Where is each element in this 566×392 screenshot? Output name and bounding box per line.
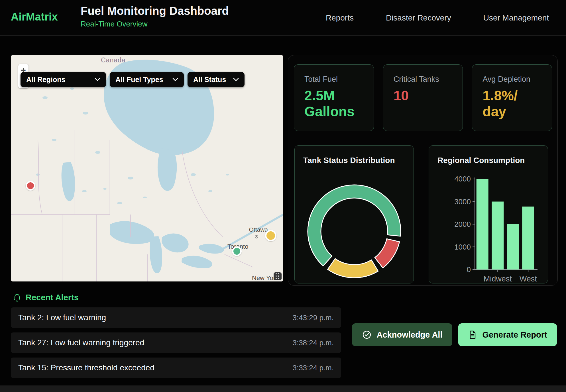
regional-consumption-card: Regional Consumption 01000200030004000Mi…: [429, 145, 548, 283]
filter-label: All Regions: [26, 75, 66, 84]
stat-value-line: 1.8%/: [482, 88, 552, 104]
map-drag-handle-icon[interactable]: [274, 272, 282, 280]
fuel-monitoring-dashboard: AirMatrix Fuel Monitoring Dashboard Real…: [0, 0, 566, 392]
stat-value-line: Gallons: [304, 104, 374, 120]
alert-message: Tank 15: Pressure threshold exceeded: [18, 363, 154, 372]
brand-logo: AirMatrix: [11, 11, 58, 23]
nav-item-reports[interactable]: Reports: [326, 13, 354, 23]
document-icon: [468, 330, 477, 339]
alert-timestamp: 3:43:29 p.m.: [292, 313, 334, 322]
filter-all-status[interactable]: All Status: [188, 72, 245, 87]
donut-chart-title: Tank Status Distribution: [303, 156, 395, 165]
donut-segment-warning: [328, 259, 378, 278]
map-label-canada: Canada: [101, 56, 126, 64]
map-marker-normal[interactable]: [232, 246, 242, 256]
acknowledge-all-label: Acknowledge All: [377, 330, 443, 340]
nav-item-user-management[interactable]: User Management: [483, 13, 549, 23]
alert-timestamp: 3:38:24 p.m.: [292, 338, 334, 347]
footer-strip: [0, 385, 566, 392]
alert-timestamp: 3:33:24 p.m.: [292, 364, 334, 372]
map-marker-warning[interactable]: [265, 230, 276, 241]
map-canvas: Canada Ottawa Toronto New York: [11, 55, 283, 281]
alerts-title: Recent Alerts: [26, 293, 79, 302]
alert-message: Tank 2: Low fuel warning: [18, 313, 106, 322]
bar-1: [492, 202, 504, 270]
bar-3: [522, 207, 534, 270]
stat-value: 1.8%/day: [482, 88, 552, 120]
filter-label: All Fuel Types: [115, 75, 163, 84]
bar-x-tick-label-midwest: Midwest: [484, 275, 512, 283]
stat-value-line: 10: [394, 88, 463, 104]
charts-row: Tank Status Distribution Regional Consum…: [294, 145, 548, 283]
stat-label: Avg Depletion: [482, 75, 552, 84]
filter-label: All Status: [193, 75, 226, 84]
metrics-panel: Total Fuel2.5MGallonsCritical Tanks10Avg…: [288, 55, 558, 286]
bar-x-tick-label-west: West: [520, 275, 537, 283]
tank-status-donut-chart: [295, 171, 414, 284]
stat-value-line: 2.5M: [304, 88, 374, 104]
filter-all-regions[interactable]: All Regions: [21, 72, 106, 87]
bar-y-tick-label: 4000: [454, 175, 471, 183]
map-label-ottawa: Ottawa: [249, 226, 268, 233]
generate-report-label: Generate Report: [482, 330, 547, 340]
map-filter-row: All RegionsAll Fuel TypesAll Status: [21, 72, 245, 87]
alert-row[interactable]: Tank 2: Low fuel warning3:43:29 p.m.: [11, 307, 341, 328]
stats-row: Total Fuel2.5MGallonsCritical Tanks10Avg…: [294, 64, 552, 131]
donut-segment-critical: [375, 239, 400, 268]
tank-status-card: Tank Status Distribution: [294, 145, 414, 283]
stat-label: Critical Tanks: [394, 75, 463, 84]
page-title: Fuel Monitoring Dashboard: [81, 5, 229, 17]
page-subtitle: Real-Time Overview: [81, 20, 229, 28]
alert-message: Tank 27: Low fuel warning triggered: [18, 338, 144, 347]
nav-item-disaster-recovery[interactable]: Disaster Recovery: [386, 13, 451, 23]
chevron-down-icon: [172, 78, 178, 81]
bar-y-tick-label: 3000: [454, 197, 471, 206]
nav: ReportsDisaster RecoveryUser Management: [326, 0, 549, 36]
bar-y-tick-label: 2000: [454, 220, 471, 228]
generate-report-button[interactable]: Generate Report: [458, 323, 557, 346]
stat-card-total-fuel: Total Fuel2.5MGallons: [294, 64, 374, 131]
check-circle-icon: [362, 330, 372, 340]
chevron-down-icon: [233, 78, 239, 81]
acknowledge-all-button[interactable]: Acknowledge All: [352, 323, 452, 346]
chevron-down-icon: [95, 78, 100, 81]
bar-y-tick-label: 1000: [454, 243, 471, 251]
bell-icon: [13, 293, 22, 302]
stat-card-avg-depletion: Avg Depletion1.8%/day: [472, 64, 552, 131]
bar-0: [477, 179, 488, 270]
alerts-header: Recent Alerts: [13, 293, 79, 302]
map-marker-critical[interactable]: [26, 181, 35, 191]
stat-value: 2.5MGallons: [304, 88, 374, 120]
alert-list: Tank 2: Low fuel warning3:43:29 p.m.Tank…: [11, 307, 341, 383]
alert-row[interactable]: Tank 15: Pressure threshold exceeded3:33…: [11, 358, 341, 378]
regional-consumption-bar-chart: 01000200030004000MidwestWest: [429, 146, 548, 284]
filter-all-fuel-types[interactable]: All Fuel Types: [110, 72, 184, 87]
alert-row[interactable]: Tank 27: Low fuel warning triggered3:38:…: [11, 332, 341, 353]
stat-card-critical-tanks: Critical Tanks10: [383, 64, 463, 131]
title-block: Fuel Monitoring Dashboard Real-Time Over…: [81, 5, 229, 28]
stat-label: Total Fuel: [304, 75, 374, 84]
header: AirMatrix Fuel Monitoring Dashboard Real…: [0, 0, 566, 36]
map-panel[interactable]: Canada Ottawa Toronto New York + All Reg…: [11, 55, 283, 281]
bar-2: [507, 224, 519, 270]
bar-y-tick-label: 0: [467, 265, 471, 274]
stat-value: 10: [394, 88, 463, 104]
stat-value-line: day: [482, 104, 552, 120]
